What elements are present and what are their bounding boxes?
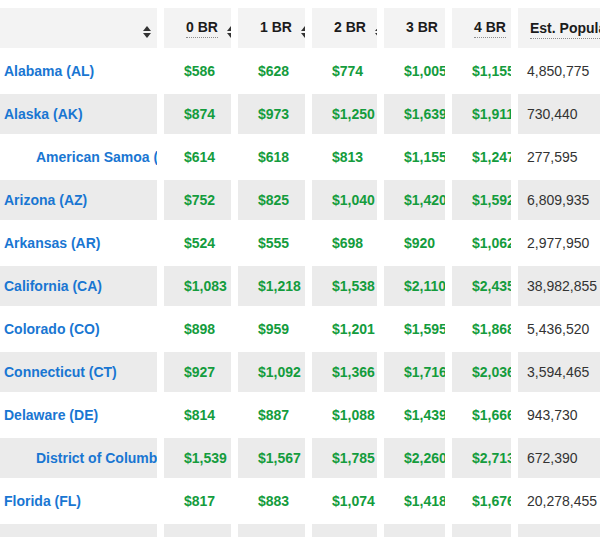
- rent-value: $1,595: [384, 309, 452, 352]
- column-header-2br[interactable]: 2 BR: [312, 8, 384, 51]
- sort-icon[interactable]: [143, 26, 151, 38]
- rent-value: $2,260: [384, 438, 452, 481]
- rent-table-viewport: 0 BR 1 BR 2 BR 3 BR 4 BR Est. Popula Ala…: [0, 0, 600, 537]
- rent-value: $774: [312, 51, 384, 94]
- state-link[interactable]: California (CA): [4, 278, 102, 294]
- header-row: 0 BR 1 BR 2 BR 3 BR 4 BR Est. Popula: [0, 8, 600, 51]
- rent-value: $1,439: [384, 395, 452, 438]
- table-row: Florida (FL)$817$883$1,074$1,418$1,67620…: [0, 481, 600, 524]
- state-link[interactable]: Alabama (AL): [4, 63, 94, 79]
- table-row: Arizona (AZ)$752$825$1,040$1,420$1,5926,…: [0, 180, 600, 223]
- rent-value: $887: [238, 395, 312, 438]
- rent-value: $524: [164, 223, 238, 266]
- rent-value: $1,567: [238, 438, 312, 481]
- rent-value: $1,005: [384, 51, 452, 94]
- rent-value: $2,036: [452, 352, 518, 395]
- population-value: 943,730: [518, 395, 600, 438]
- state-link[interactable]: Arizona (AZ): [4, 192, 87, 208]
- rent-value: $628: [238, 51, 312, 94]
- rent-value: $698: [312, 223, 384, 266]
- rent-value: $814: [164, 395, 238, 438]
- rent-value: $1,074: [312, 481, 384, 524]
- column-header-4br[interactable]: 4 BR: [452, 8, 518, 51]
- rent-value: $1,040: [312, 180, 384, 223]
- table-row: Alabama (AL)$586$628$774$1,005$1,1554,85…: [0, 51, 600, 94]
- table-row: Delaware (DE)$814$887$1,088$1,439$1,6669…: [0, 395, 600, 438]
- rent-value: $1,366: [312, 352, 384, 395]
- rent-value: $2,435: [452, 266, 518, 309]
- population-value: 38,982,855: [518, 266, 600, 309]
- rent-value: $1,155: [384, 137, 452, 180]
- rent-value: $1,639: [384, 94, 452, 137]
- rent-value: $555: [238, 223, 312, 266]
- state-cell: District of Columbia (DC): [0, 438, 164, 481]
- state-cell: Arkansas (AR): [0, 223, 164, 266]
- rent-value: $1,247: [452, 137, 518, 180]
- rent-value: $898: [164, 309, 238, 352]
- rent-value: $1,083: [164, 266, 238, 309]
- state-link[interactable]: Arkansas (AR): [4, 235, 100, 251]
- state-cell: Alaska (AK): [0, 94, 164, 137]
- population-value: 20,278,455: [518, 481, 600, 524]
- rent-value: $920: [384, 223, 452, 266]
- table-row: Colorado (CO)$898$959$1,201$1,595$1,8685…: [0, 309, 600, 352]
- rent-value: $1,785: [312, 438, 384, 481]
- population-value: 3,594,465: [518, 352, 600, 395]
- state-link[interactable]: American Samoa (AS): [36, 149, 164, 165]
- population-value: 277,595: [518, 137, 600, 180]
- column-header-label: Est. Popula: [530, 20, 600, 39]
- state-link[interactable]: Delaware (DE): [4, 407, 98, 423]
- rent-value: $1,418: [384, 481, 452, 524]
- table-row: Connecticut (CT)$927$1,092$1,366$1,716$2…: [0, 352, 600, 395]
- rent-value: $586: [164, 51, 238, 94]
- rent-value: $2,713: [452, 438, 518, 481]
- state-cell: Connecticut (CT): [0, 352, 164, 395]
- table-row: Alaska (AK)$874$973$1,250$1,639$1,911730…: [0, 94, 600, 137]
- rent-value: $874: [164, 94, 238, 137]
- column-header-label: 0 BR: [186, 19, 218, 38]
- state-cell: Arizona (AZ): [0, 180, 164, 223]
- state-cell: American Samoa (AS): [0, 137, 164, 180]
- rent-value: $618: [238, 137, 312, 180]
- column-header-population[interactable]: Est. Popula: [518, 8, 600, 51]
- state-link[interactable]: Florida (FL): [4, 493, 81, 509]
- column-header-state[interactable]: [0, 8, 164, 51]
- state-cell: Colorado (CO): [0, 309, 164, 352]
- rent-value: $817: [164, 481, 238, 524]
- rent-value: $1,592: [452, 180, 518, 223]
- rent-value: $813: [312, 137, 384, 180]
- state-link[interactable]: Colorado (CO): [4, 321, 100, 337]
- column-header-1br[interactable]: 1 BR: [238, 8, 312, 51]
- column-header-label: 1 BR: [260, 19, 292, 35]
- state-link[interactable]: Alaska (AK): [4, 106, 83, 122]
- state-rent-table: 0 BR 1 BR 2 BR 3 BR 4 BR Est. Popula Ala…: [0, 8, 600, 537]
- rent-value: $614: [164, 137, 238, 180]
- rent-value: $927: [164, 352, 238, 395]
- state-cell: Delaware (DE): [0, 395, 164, 438]
- rent-value: $1,201: [312, 309, 384, 352]
- sort-icon[interactable]: [301, 26, 309, 38]
- state-link[interactable]: Connecticut (CT): [4, 364, 117, 380]
- rent-value: $959: [238, 309, 312, 352]
- rent-value: $1,666: [452, 395, 518, 438]
- column-header-0br[interactable]: 0 BR: [164, 8, 238, 51]
- table-row: Arkansas (AR)$524$555$698$920$1,0622,977…: [0, 223, 600, 266]
- rent-value: $1,062: [452, 223, 518, 266]
- table-body: Alabama (AL)$586$628$774$1,005$1,1554,85…: [0, 51, 600, 537]
- state-link[interactable]: District of Columbia (DC): [36, 450, 164, 466]
- column-header-3br[interactable]: 3 BR: [384, 8, 452, 51]
- table-row: California (CA)$1,083$1,218$1,538$2,110$…: [0, 266, 600, 309]
- sort-icon[interactable]: [227, 26, 235, 38]
- next-row-sliver: [0, 524, 600, 537]
- state-cell: Alabama (AL): [0, 51, 164, 94]
- rent-value: $1,092: [238, 352, 312, 395]
- table-row: American Samoa (AS)$614$618$813$1,155$1,…: [0, 137, 600, 180]
- sort-icon[interactable]: [375, 26, 383, 38]
- rent-value: $973: [238, 94, 312, 137]
- rent-value: $1,868: [452, 309, 518, 352]
- column-header-label: 4 BR: [474, 19, 506, 38]
- population-value: 4,850,775: [518, 51, 600, 94]
- rent-value: $2,110: [384, 266, 452, 309]
- rent-value: $1,539: [164, 438, 238, 481]
- population-value: 6,809,935: [518, 180, 600, 223]
